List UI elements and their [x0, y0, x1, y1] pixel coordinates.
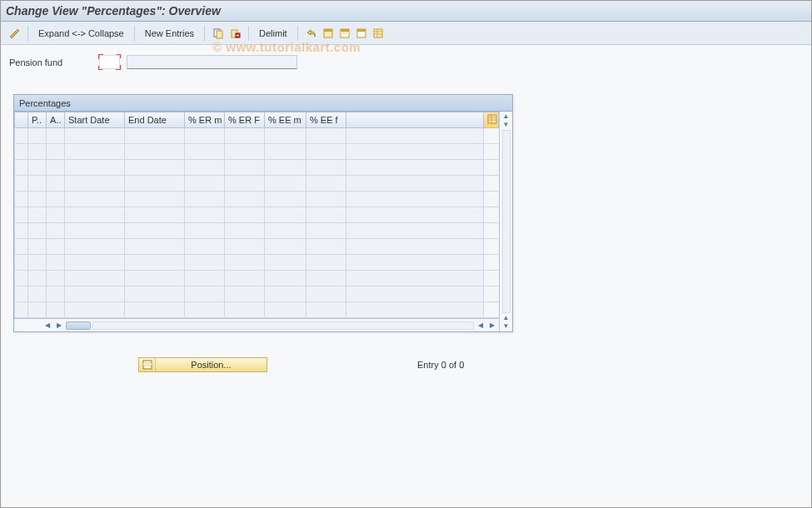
table-header-row: P.. A.. Start Date End Date % ER m % ER …: [15, 112, 499, 128]
table-row[interactable]: [15, 176, 499, 192]
toolbar-divider: [248, 26, 249, 41]
scroll-rail[interactable]: [92, 321, 474, 330]
toolbar-divider: [297, 26, 298, 41]
pension-fund-desc-input[interactable]: [127, 55, 297, 69]
configure-layout-icon[interactable]: [484, 112, 499, 128]
horizontal-scrollbar[interactable]: ◀ ▶ ◀ ▶: [14, 318, 499, 331]
toolbar-divider: [134, 26, 135, 41]
svg-rect-5: [324, 29, 332, 32]
delimit-button[interactable]: Delimit: [256, 27, 291, 40]
table-row[interactable]: [15, 160, 499, 176]
table-row[interactable]: [15, 271, 499, 286]
application-toolbar: Expand <-> Collapse New Entries Delimit: [1, 22, 811, 45]
row-handle-header[interactable]: [15, 112, 28, 128]
scroll-up-icon[interactable]: ▲: [503, 113, 510, 120]
deselect-all-icon[interactable]: [355, 27, 368, 40]
scroll-track[interactable]: [502, 130, 511, 313]
select-block-icon[interactable]: [338, 27, 351, 40]
col-header[interactable]: End Date: [125, 112, 185, 128]
vertical-scrollbar[interactable]: ▲ ▼ ▲ ▼: [499, 112, 512, 331]
toggle-display-change-icon[interactable]: [7, 27, 21, 40]
entry-counter: Entry 0 of 0: [417, 360, 464, 370]
col-header[interactable]: A..: [47, 112, 65, 128]
position-icon: [139, 358, 156, 371]
scroll-right-end-icon[interactable]: ▶: [487, 321, 497, 329]
col-header-spacer: [346, 112, 484, 128]
scroll-thumb[interactable]: [66, 321, 91, 330]
table-row[interactable]: [15, 223, 499, 239]
footer-row: Position... Entry 0 of 0: [138, 357, 811, 372]
col-header[interactable]: % EE m: [265, 112, 306, 128]
toolbar-divider: [204, 26, 205, 41]
scroll-left-end-icon[interactable]: ◀: [476, 321, 486, 329]
table-row[interactable]: [15, 192, 499, 207]
col-header[interactable]: % ER m: [185, 112, 225, 128]
scroll-left-icon[interactable]: ◀: [42, 321, 52, 329]
scroll-down-icon[interactable]: ▼: [503, 122, 510, 128]
pension-fund-label: Pension fund: [9, 57, 92, 67]
percentages-panel: Percentages P.. A.. Start Date: [13, 94, 513, 332]
select-all-icon[interactable]: [321, 27, 335, 40]
percentages-panel-title: Percentages: [14, 95, 512, 112]
position-button-label: Position...: [156, 360, 267, 370]
col-header[interactable]: % EE f: [306, 112, 346, 128]
svg-rect-14: [143, 363, 152, 366]
table-row[interactable]: [15, 286, 499, 302]
svg-rect-11: [374, 29, 382, 37]
svg-rect-8: [341, 29, 349, 32]
copy-icon[interactable]: [212, 27, 225, 40]
table-row[interactable]: [15, 144, 499, 160]
scroll-up-end-icon[interactable]: ▲: [503, 315, 510, 321]
svg-rect-12: [488, 115, 496, 123]
scroll-down-end-icon[interactable]: ▼: [503, 323, 510, 330]
pension-fund-row: Pension fund: [1, 45, 811, 69]
new-entries-button[interactable]: New Entries: [142, 27, 197, 40]
panel-title-text: Percentages: [19, 98, 71, 108]
undo-icon[interactable]: [305, 27, 318, 40]
percentages-table: P.. A.. Start Date End Date % ER m % ER …: [14, 112, 499, 318]
svg-rect-10: [357, 29, 366, 32]
svg-rect-1: [217, 31, 222, 38]
table-row[interactable]: [15, 128, 499, 144]
toolbar-divider: [27, 26, 28, 41]
table-row[interactable]: [15, 255, 499, 271]
pension-fund-key-input[interactable]: [99, 55, 120, 69]
table-settings-icon[interactable]: [371, 27, 385, 40]
table-row[interactable]: [15, 302, 499, 318]
delete-icon[interactable]: [228, 27, 242, 40]
expand-collapse-button[interactable]: Expand <-> Collapse: [35, 27, 127, 40]
table-row[interactable]: [15, 207, 499, 223]
col-header[interactable]: % ER F: [225, 112, 265, 128]
col-header[interactable]: Start Date: [65, 112, 125, 128]
col-header[interactable]: P..: [28, 112, 47, 128]
table-row[interactable]: [15, 239, 499, 255]
page-title: Change View "Percentages": Overview: [6, 4, 221, 17]
scroll-right-icon[interactable]: ▶: [54, 321, 64, 329]
position-button[interactable]: Position...: [138, 357, 267, 372]
title-bar: Change View "Percentages": Overview: [1, 1, 811, 22]
